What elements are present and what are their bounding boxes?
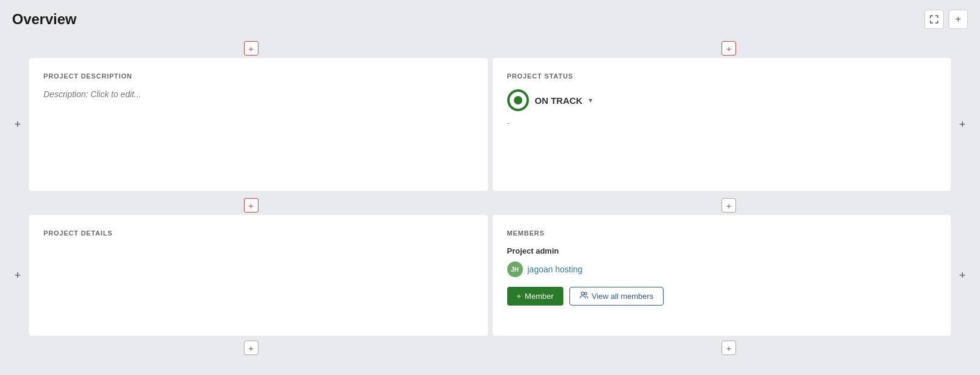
members-icon: [580, 292, 588, 301]
add-bottom-right-button[interactable]: +: [722, 341, 736, 355]
add-top-right-button[interactable]: +: [722, 41, 736, 56]
status-circle: [507, 89, 529, 111]
add-bottom-left-button[interactable]: +: [244, 341, 258, 355]
expand-button[interactable]: [924, 10, 944, 29]
member-role-label: Project admin: [507, 246, 937, 255]
view-all-members-button[interactable]: View all members: [569, 287, 664, 306]
svg-point-1: [584, 292, 587, 295]
project-description-title: PROJECT DESCRIPTION: [43, 72, 473, 80]
plus-icon: +: [248, 200, 254, 211]
plus-icon: +: [959, 269, 966, 281]
add-top-left-button[interactable]: +: [244, 41, 258, 56]
add-right-top-button[interactable]: +: [956, 116, 968, 133]
member-avatar: JH: [507, 261, 523, 277]
plus-icon: +: [726, 343, 732, 353]
plus-icon: +: [959, 118, 966, 130]
project-status-title: PROJECT STATUS: [507, 72, 937, 80]
status-circle-inner: [514, 96, 522, 104]
members-title: MEMBERS: [507, 229, 937, 237]
project-status-card: PROJECT STATUS ON TRACK ▾ -: [493, 58, 952, 191]
add-member-label: Member: [525, 292, 554, 301]
members-card: MEMBERS Project admin JH jagoan hosting …: [493, 215, 952, 336]
member-name-link[interactable]: jagoan hosting: [528, 264, 583, 274]
page-title: Overview: [12, 11, 77, 28]
plus-icon: +: [248, 343, 254, 353]
svg-point-0: [581, 292, 584, 295]
status-label: ON TRACK: [535, 95, 583, 106]
status-detail: -: [507, 118, 937, 128]
plus-icon: +: [517, 292, 522, 301]
view-all-members-label: View all members: [592, 292, 653, 301]
project-details-card: PROJECT DETAILS: [29, 215, 488, 336]
member-item: JH jagoan hosting: [507, 261, 937, 277]
project-description-card: PROJECT DESCRIPTION Description: Click t…: [29, 58, 488, 191]
add-left-top-button[interactable]: +: [12, 116, 24, 133]
add-member-button[interactable]: + Member: [507, 287, 563, 306]
description-text[interactable]: Description: Click to edit...: [43, 89, 473, 99]
project-details-title: PROJECT DETAILS: [43, 229, 473, 237]
status-dropdown-icon[interactable]: ▾: [589, 96, 592, 104]
add-between-right-button[interactable]: +: [722, 198, 736, 213]
plus-icon: +: [248, 43, 254, 54]
plus-icon: +: [14, 118, 21, 130]
add-right-bottom-button[interactable]: +: [956, 267, 968, 284]
plus-icon: +: [726, 43, 732, 54]
add-widget-button[interactable]: +: [949, 10, 968, 29]
add-between-left-button[interactable]: +: [244, 198, 258, 213]
plus-icon: +: [726, 200, 732, 211]
plus-icon: +: [955, 14, 961, 25]
add-left-bottom-button[interactable]: +: [12, 267, 24, 284]
plus-icon: +: [14, 269, 21, 281]
